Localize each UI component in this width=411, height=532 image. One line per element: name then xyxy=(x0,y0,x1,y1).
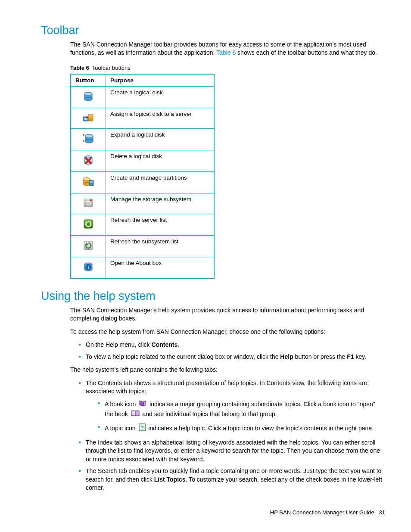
assign-disk-icon xyxy=(82,118,94,124)
table-row: Delete a logical disk xyxy=(71,150,214,171)
table-row: Manage the storage subsystem xyxy=(71,193,214,214)
caption-text: Toolbar buttons xyxy=(92,65,131,71)
bold: Contents xyxy=(152,341,178,348)
text: On the Help menu, click xyxy=(86,341,152,348)
refresh-server-icon xyxy=(83,224,94,231)
help-p2: To access the help system from SAN Conne… xyxy=(41,328,385,336)
text: To view a help topic related to the curr… xyxy=(86,353,280,360)
book-closed-icon xyxy=(138,399,147,410)
svg-text:i: i xyxy=(88,265,89,270)
purpose: Refresh the subsystem list xyxy=(106,235,215,257)
table-row: i Open the About box xyxy=(71,257,214,279)
svg-rect-19 xyxy=(90,181,93,183)
heading-toolbar: Toolbar xyxy=(41,24,385,37)
create-disk-icon xyxy=(83,97,94,103)
list-item: The Contents tab shows a structured pres… xyxy=(79,379,385,434)
about-icon: i xyxy=(83,268,94,274)
text: A book icon xyxy=(105,400,137,407)
svg-text:?: ? xyxy=(140,424,144,431)
svg-point-9 xyxy=(85,140,93,143)
bold: Help xyxy=(280,353,293,360)
purpose: Create and manage partitions xyxy=(106,171,215,193)
manage-storage-icon xyxy=(83,203,94,209)
list-item: The Index tab shows an alphabetical list… xyxy=(79,439,385,464)
delete-disk-icon xyxy=(83,161,94,167)
text: . xyxy=(177,341,179,348)
text: button or press the xyxy=(293,353,347,360)
col-button: Button xyxy=(71,74,106,87)
topic-icon: ? xyxy=(138,423,146,434)
bold: F1 xyxy=(347,353,354,360)
svg-rect-6 xyxy=(88,114,93,121)
text: indicates a help topic. Click a topic ic… xyxy=(148,424,374,431)
purpose: Assign a logical disk to a server xyxy=(106,108,215,128)
svg-rect-18 xyxy=(89,180,93,186)
svg-point-10 xyxy=(85,134,93,138)
bold: List Topics xyxy=(154,476,186,483)
table-row: Create a logical disk xyxy=(71,86,214,108)
table-row: Refresh the subsystem list xyxy=(71,235,214,257)
list-item: On the Help menu, click Contents. xyxy=(79,341,385,349)
heading-help: Using the help system xyxy=(41,289,385,303)
table-row: Assign a logical disk to a server xyxy=(71,108,214,128)
caption-label: Table 6 xyxy=(70,65,89,71)
purpose: Create a logical disk xyxy=(106,86,215,108)
svg-point-3 xyxy=(84,92,92,96)
purpose: Open the About box xyxy=(106,257,215,279)
table-caption: Table 6 Toolbar buttons xyxy=(41,65,385,71)
partitions-icon xyxy=(82,182,94,189)
purpose: Refresh the server list xyxy=(106,214,215,235)
page-footer: HP SAN Connection Manager User Guide 31 xyxy=(270,509,385,516)
svg-point-17 xyxy=(83,177,90,180)
list-item: The Search tab enables you to quickly fi… xyxy=(79,467,385,492)
purpose: Manage the storage subsystem xyxy=(106,193,215,214)
svg-rect-22 xyxy=(85,203,91,205)
purpose: Delete a logical disk xyxy=(106,150,215,171)
text: A topic icon xyxy=(105,424,137,431)
footer-page: 31 xyxy=(379,509,385,516)
purpose: Expand a logical disk xyxy=(106,128,215,150)
toolbar-intro: The SAN Connection Manager toolbar provi… xyxy=(41,40,385,57)
table-row: Create and manage partitions xyxy=(71,171,214,193)
footer-title: HP SAN Connection Manager User Guide xyxy=(270,509,374,516)
toolbar-buttons-table: Button Purpose Create a logical disk Ass… xyxy=(70,74,215,279)
text: key. xyxy=(354,353,367,360)
help-p3: The help system's left pane contains the… xyxy=(41,366,385,374)
help-p1: The SAN Connection Manager's help system… xyxy=(41,306,385,323)
table-row: Refresh the server list xyxy=(71,214,214,235)
expand-disk-icon xyxy=(82,139,95,146)
xref-table6[interactable]: Table 6 xyxy=(216,49,236,56)
refresh-subsystem-icon xyxy=(83,246,94,252)
book-open-icon xyxy=(131,409,140,420)
list-item: To view a help topic related to the curr… xyxy=(79,353,385,361)
text: The Contents tab shows a structured pres… xyxy=(86,380,367,395)
svg-point-2 xyxy=(84,97,92,101)
svg-point-23 xyxy=(90,199,92,201)
table-row: Expand a logical disk xyxy=(71,128,214,150)
text: shows each of the toolbar buttons and wh… xyxy=(236,49,377,56)
col-purpose: Purpose xyxy=(106,74,215,87)
text: and see individual topics that belong to… xyxy=(143,411,277,417)
list-item: A book icon indicates a major grouping c… xyxy=(98,399,385,420)
list-item: A topic icon ? indicates a help topic. C… xyxy=(98,423,385,434)
